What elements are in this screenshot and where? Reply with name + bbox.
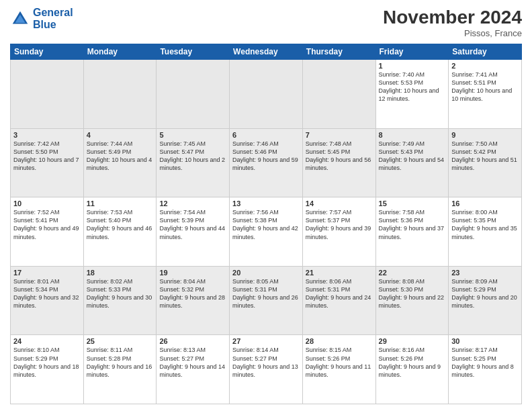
month-title: November 2024 xyxy=(383,7,522,28)
table-cell: 13Sunrise: 7:56 AMSunset: 5:38 PMDayligh… xyxy=(230,197,303,267)
day-number: 9 xyxy=(451,131,519,139)
day-number: 17 xyxy=(13,269,81,277)
cell-content: Sunrise: 7:40 AMSunset: 5:53 PMDaylight:… xyxy=(379,71,446,103)
cell-content: Sunrise: 8:09 AMSunset: 5:29 PMDaylight:… xyxy=(451,277,519,310)
day-number: 29 xyxy=(379,337,446,345)
page: General Blue November 2024 Pissos, Franc… xyxy=(0,0,532,411)
table-cell: 30Sunrise: 8:17 AMSunset: 5:25 PMDayligh… xyxy=(449,335,522,404)
day-number: 7 xyxy=(306,131,373,139)
cell-content: Sunrise: 8:15 AMSunset: 5:26 PMDaylight:… xyxy=(306,346,373,379)
table-cell: 1Sunrise: 7:40 AMSunset: 5:53 PMDaylight… xyxy=(375,60,449,129)
cell-content: Sunrise: 8:02 AMSunset: 5:33 PMDaylight:… xyxy=(87,277,154,310)
table-cell: 8Sunrise: 7:49 AMSunset: 5:43 PMDaylight… xyxy=(375,128,449,197)
day-number: 22 xyxy=(379,269,446,277)
day-number: 26 xyxy=(159,337,226,345)
cell-content: Sunrise: 8:04 AMSunset: 5:32 PMDaylight:… xyxy=(159,277,226,310)
cell-content: Sunrise: 8:10 AMSunset: 5:29 PMDaylight:… xyxy=(13,346,81,379)
logo: General Blue xyxy=(10,7,73,31)
table-cell: 15Sunrise: 7:58 AMSunset: 5:36 PMDayligh… xyxy=(375,197,449,267)
day-number: 21 xyxy=(306,269,373,277)
table-cell: 29Sunrise: 8:16 AMSunset: 5:26 PMDayligh… xyxy=(375,335,449,404)
cell-content: Sunrise: 8:08 AMSunset: 5:30 PMDaylight:… xyxy=(379,277,446,310)
table-cell: 19Sunrise: 8:04 AMSunset: 5:32 PMDayligh… xyxy=(157,266,230,335)
day-number: 13 xyxy=(232,199,300,208)
day-number: 2 xyxy=(451,62,519,70)
table-cell: 14Sunrise: 7:57 AMSunset: 5:37 PMDayligh… xyxy=(302,197,375,267)
table-cell: 21Sunrise: 8:06 AMSunset: 5:31 PMDayligh… xyxy=(302,266,375,335)
table-cell: 12Sunrise: 7:54 AMSunset: 5:39 PMDayligh… xyxy=(157,197,230,267)
cell-content: Sunrise: 8:00 AMSunset: 5:35 PMDaylight:… xyxy=(451,208,519,241)
table-cell: 26Sunrise: 8:13 AMSunset: 5:27 PMDayligh… xyxy=(157,335,230,404)
table-cell xyxy=(230,60,303,129)
cell-content: Sunrise: 7:41 AMSunset: 5:51 PMDaylight:… xyxy=(451,71,519,103)
col-friday: Friday xyxy=(375,44,449,60)
day-number: 5 xyxy=(159,131,226,139)
cell-content: Sunrise: 8:14 AMSunset: 5:27 PMDaylight:… xyxy=(232,346,300,379)
day-number: 18 xyxy=(87,269,154,277)
table-cell: 9Sunrise: 7:50 AMSunset: 5:42 PMDaylight… xyxy=(449,128,522,197)
col-sunday: Sunday xyxy=(11,44,84,60)
day-number: 6 xyxy=(232,131,300,139)
cell-content: Sunrise: 8:17 AMSunset: 5:25 PMDaylight:… xyxy=(451,346,519,379)
cell-content: Sunrise: 7:54 AMSunset: 5:39 PMDaylight:… xyxy=(159,208,226,241)
day-number: 30 xyxy=(451,337,519,345)
day-number: 3 xyxy=(13,131,81,139)
day-number: 19 xyxy=(159,269,226,277)
table-cell: 5Sunrise: 7:45 AMSunset: 5:47 PMDaylight… xyxy=(157,128,230,197)
day-number: 28 xyxy=(306,337,373,345)
day-number: 23 xyxy=(451,269,519,277)
table-cell xyxy=(11,60,84,129)
table-cell: 11Sunrise: 7:53 AMSunset: 5:40 PMDayligh… xyxy=(83,197,157,267)
day-number: 20 xyxy=(232,269,300,277)
day-number: 27 xyxy=(232,337,300,345)
cell-content: Sunrise: 8:13 AMSunset: 5:27 PMDaylight:… xyxy=(159,346,226,379)
logo-icon xyxy=(10,9,30,29)
calendar-week-5: 24Sunrise: 8:10 AMSunset: 5:29 PMDayligh… xyxy=(11,335,522,404)
cell-content: Sunrise: 7:49 AMSunset: 5:43 PMDaylight:… xyxy=(379,140,446,173)
cell-content: Sunrise: 7:58 AMSunset: 5:36 PMDaylight:… xyxy=(379,208,446,241)
cell-content: Sunrise: 7:57 AMSunset: 5:37 PMDaylight:… xyxy=(306,208,373,241)
day-number: 25 xyxy=(87,337,154,345)
day-number: 11 xyxy=(87,199,154,208)
col-wednesday: Wednesday xyxy=(230,44,303,60)
cell-content: Sunrise: 7:42 AMSunset: 5:50 PMDaylight:… xyxy=(13,140,81,173)
table-cell: 10Sunrise: 7:52 AMSunset: 5:41 PMDayligh… xyxy=(11,197,84,267)
col-saturday: Saturday xyxy=(449,44,522,60)
table-cell: 2Sunrise: 7:41 AMSunset: 5:51 PMDaylight… xyxy=(449,60,522,129)
col-thursday: Thursday xyxy=(302,44,375,60)
cell-content: Sunrise: 7:56 AMSunset: 5:38 PMDaylight:… xyxy=(232,208,300,241)
table-cell: 6Sunrise: 7:46 AMSunset: 5:46 PMDaylight… xyxy=(230,128,303,197)
calendar-week-2: 3Sunrise: 7:42 AMSunset: 5:50 PMDaylight… xyxy=(11,128,522,197)
day-number: 24 xyxy=(13,337,81,345)
cell-content: Sunrise: 7:50 AMSunset: 5:42 PMDaylight:… xyxy=(451,140,519,173)
cell-content: Sunrise: 7:52 AMSunset: 5:41 PMDaylight:… xyxy=(13,208,81,241)
table-cell: 22Sunrise: 8:08 AMSunset: 5:30 PMDayligh… xyxy=(375,266,449,335)
cell-content: Sunrise: 8:06 AMSunset: 5:31 PMDaylight:… xyxy=(306,277,373,310)
header: General Blue November 2024 Pissos, Franc… xyxy=(10,7,522,38)
day-number: 16 xyxy=(451,199,519,208)
day-number: 12 xyxy=(159,199,226,208)
table-cell xyxy=(302,60,375,129)
cell-content: Sunrise: 7:45 AMSunset: 5:47 PMDaylight:… xyxy=(159,140,226,173)
table-cell: 18Sunrise: 8:02 AMSunset: 5:33 PMDayligh… xyxy=(83,266,157,335)
table-cell: 23Sunrise: 8:09 AMSunset: 5:29 PMDayligh… xyxy=(449,266,522,335)
day-number: 4 xyxy=(87,131,154,139)
calendar-week-4: 17Sunrise: 8:01 AMSunset: 5:34 PMDayligh… xyxy=(11,266,522,335)
table-cell xyxy=(157,60,230,129)
location-subtitle: Pissos, France xyxy=(383,28,522,38)
cell-content: Sunrise: 8:01 AMSunset: 5:34 PMDaylight:… xyxy=(13,277,81,310)
day-number: 14 xyxy=(306,199,373,208)
table-cell: 17Sunrise: 8:01 AMSunset: 5:34 PMDayligh… xyxy=(11,266,84,335)
cell-content: Sunrise: 7:46 AMSunset: 5:46 PMDaylight:… xyxy=(232,140,300,173)
table-cell: 20Sunrise: 8:05 AMSunset: 5:31 PMDayligh… xyxy=(230,266,303,335)
table-cell: 7Sunrise: 7:48 AMSunset: 5:45 PMDaylight… xyxy=(302,128,375,197)
cell-content: Sunrise: 7:48 AMSunset: 5:45 PMDaylight:… xyxy=(306,140,373,173)
day-number: 10 xyxy=(13,199,81,208)
title-area: November 2024 Pissos, France xyxy=(383,7,522,38)
table-cell: 28Sunrise: 8:15 AMSunset: 5:26 PMDayligh… xyxy=(302,335,375,404)
cell-content: Sunrise: 8:16 AMSunset: 5:26 PMDaylight:… xyxy=(379,346,446,379)
cell-content: Sunrise: 7:44 AMSunset: 5:49 PMDaylight:… xyxy=(87,140,154,173)
table-cell: 27Sunrise: 8:14 AMSunset: 5:27 PMDayligh… xyxy=(230,335,303,404)
calendar-table: Sunday Monday Tuesday Wednesday Thursday… xyxy=(10,44,522,404)
cell-content: Sunrise: 7:53 AMSunset: 5:40 PMDaylight:… xyxy=(87,208,154,241)
